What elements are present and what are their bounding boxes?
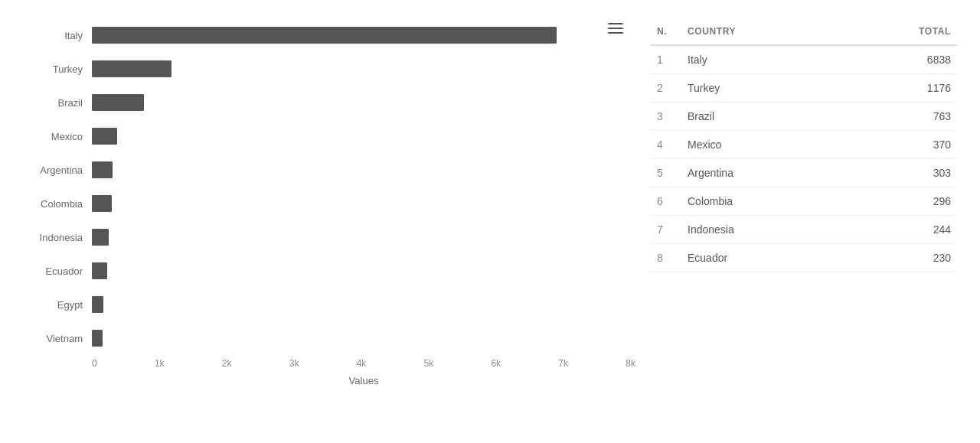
bar-row: Turkey — [23, 52, 635, 86]
table-row: 5Argentina303 — [651, 159, 957, 187]
bar-row: Colombia — [23, 187, 635, 220]
bar-container — [92, 18, 635, 52]
bar — [92, 195, 112, 212]
bar-row: Brazil — [23, 86, 635, 119]
chart-wrapper: ItalyTurkeyBrazilMexicoArgentinaColombia… — [23, 18, 635, 425]
bar-row: Indonesia — [23, 220, 635, 254]
bar — [92, 27, 557, 44]
bar-label: Ecuador — [23, 265, 92, 277]
table-cell-n: 5 — [651, 159, 681, 187]
bar-label: Colombia — [23, 198, 92, 210]
table-header-row: N. COUNTRY TOTAL — [651, 18, 957, 45]
table-cell-total: 1176 — [819, 74, 957, 103]
table-cell-country: Turkey — [681, 74, 819, 103]
table-cell-total: 6838 — [819, 45, 957, 74]
table-cell-total: 296 — [819, 187, 957, 216]
bar — [92, 330, 103, 347]
table-row: 7Indonesia244 — [651, 216, 957, 244]
table-row: 3Brazil763 — [651, 103, 957, 131]
table-row: 1Italy6838 — [651, 45, 957, 74]
chart-section: ItalyTurkeyBrazilMexicoArgentinaColombia… — [23, 18, 635, 425]
x-tick: 4k — [357, 358, 367, 369]
table-cell-country: Colombia — [681, 187, 819, 216]
bar-row: Argentina — [23, 153, 635, 187]
bar-container — [92, 254, 635, 288]
x-axis-label: Values — [92, 375, 635, 386]
bar-container — [92, 86, 635, 119]
table-cell-n: 6 — [651, 187, 681, 216]
table-row: 8Ecuador230 — [651, 244, 957, 272]
bar-container — [92, 288, 635, 321]
table-cell-total: 244 — [819, 216, 957, 244]
col-header-n: N. — [651, 18, 681, 45]
x-tick: 2k — [222, 358, 232, 369]
table-row: 4Mexico370 — [651, 131, 957, 159]
col-header-country: COUNTRY — [681, 18, 819, 45]
table-cell-total: 763 — [819, 103, 957, 131]
bar-container — [92, 119, 635, 153]
bar-row: Ecuador — [23, 254, 635, 288]
table-cell-n: 3 — [651, 103, 681, 131]
bar-row: Mexico — [23, 119, 635, 153]
bar-container — [92, 153, 635, 187]
bar-label: Egypt — [23, 299, 92, 311]
bar-label: Indonesia — [23, 232, 92, 243]
table-cell-country: Argentina — [681, 159, 819, 187]
table-row: 6Colombia296 — [651, 187, 957, 216]
table-cell-country: Brazil — [681, 103, 819, 131]
table-cell-n: 4 — [651, 131, 681, 159]
bar-label: Vietnam — [23, 333, 92, 344]
x-tick: 5k — [424, 358, 434, 369]
table-row: 2Turkey1176 — [651, 74, 957, 103]
table-cell-total: 230 — [819, 244, 957, 272]
table-cell-total: 303 — [819, 159, 957, 187]
x-axis: 01k2k3k4k5k6k7k8k — [92, 358, 635, 369]
bar — [92, 161, 113, 178]
main-container: ItalyTurkeyBrazilMexicoArgentinaColombia… — [0, 3, 980, 440]
col-header-total: TOTAL — [819, 18, 957, 45]
bar-container — [92, 187, 635, 220]
table-cell-country: Indonesia — [681, 216, 819, 244]
x-tick: 0 — [92, 358, 97, 369]
table-cell-n: 1 — [651, 45, 681, 74]
table-cell-total: 370 — [819, 131, 957, 159]
x-tick: 3k — [289, 358, 299, 369]
bar — [92, 262, 107, 279]
bar — [92, 296, 103, 313]
table-cell-n: 8 — [651, 244, 681, 272]
bar — [92, 229, 109, 246]
bar-container — [92, 220, 635, 254]
x-tick: 1k — [155, 358, 165, 369]
bar-container — [92, 52, 635, 86]
bar-row: Italy — [23, 18, 635, 52]
x-tick: 6k — [491, 358, 501, 369]
bar — [92, 128, 117, 145]
bar-label: Mexico — [23, 131, 92, 142]
table-cell-country: Ecuador — [681, 244, 819, 272]
table-cell-n: 7 — [651, 216, 681, 244]
x-tick: 7k — [558, 358, 568, 369]
table-cell-n: 2 — [651, 74, 681, 103]
bar-label: Argentina — [23, 164, 92, 176]
bar-row: Egypt — [23, 288, 635, 321]
table-cell-country: Mexico — [681, 131, 819, 159]
bar-label: Turkey — [23, 64, 92, 75]
data-table: N. COUNTRY TOTAL 1Italy68382Turkey11763B… — [651, 18, 957, 272]
bar — [92, 60, 172, 77]
bar — [92, 94, 144, 111]
table-section: N. COUNTRY TOTAL 1Italy68382Turkey11763B… — [651, 18, 957, 272]
table-cell-country: Italy — [681, 45, 819, 74]
bar-container — [92, 321, 635, 355]
bar-label: Brazil — [23, 97, 92, 109]
bar-chart: ItalyTurkeyBrazilMexicoArgentinaColombia… — [23, 18, 635, 355]
bar-row: Vietnam — [23, 321, 635, 355]
bar-label: Italy — [23, 30, 92, 41]
x-tick: 8k — [626, 358, 635, 369]
